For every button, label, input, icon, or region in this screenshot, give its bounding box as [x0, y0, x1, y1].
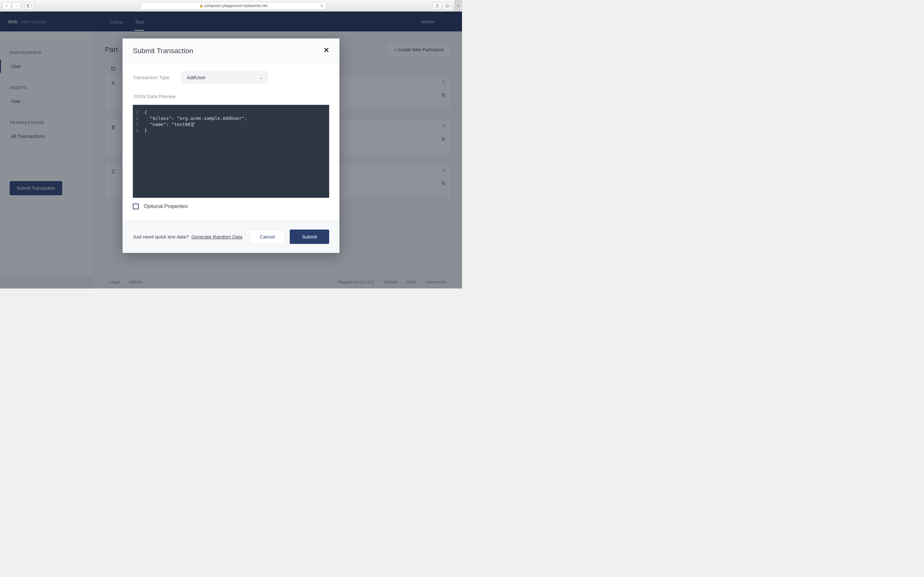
optional-properties-label: Optional Properties: [144, 203, 188, 210]
url-text: composer-playground.mybluemix.net: [204, 3, 268, 8]
show-sidebar-button[interactable]: [25, 2, 33, 9]
submit-transaction-modal: Submit Transaction ✕ Transaction Type Ad…: [123, 39, 339, 253]
test-data-hint: Just need quick test data? Generate Rand…: [133, 234, 242, 239]
submit-button[interactable]: Submit: [290, 229, 329, 244]
lock-icon: 🔒: [199, 4, 203, 7]
refresh-icon[interactable]: ↻: [320, 3, 323, 8]
transaction-type-label: Transaction Type: [133, 75, 170, 80]
optional-properties-checkbox[interactable]: [133, 203, 139, 210]
code-line: }: [144, 127, 147, 134]
share-button[interactable]: [433, 2, 441, 9]
code-line: {: [144, 109, 147, 115]
svg-rect-4: [447, 4, 449, 6]
browser-chrome: 🔒 composer-playground.mybluemix.net ↻ +: [0, 0, 462, 11]
modal-overlay: Submit Transaction ✕ Transaction Type Ad…: [0, 11, 462, 288]
json-preview-label: JSON Data Preview: [133, 93, 329, 99]
transaction-type-value: AddUser: [187, 75, 205, 80]
close-icon[interactable]: ✕: [323, 47, 329, 54]
cancel-button[interactable]: Cancel: [249, 229, 286, 244]
transaction-type-select[interactable]: AddUser ⌄: [181, 71, 268, 84]
forward-button[interactable]: [12, 2, 21, 9]
generate-random-data-link[interactable]: Generate Random Data: [191, 234, 242, 239]
chevron-down-icon: ⌄: [259, 75, 262, 80]
json-editor[interactable]: 1{ 2 "$class": "org.acme.sample.AddUser"…: [133, 105, 329, 198]
new-tab-button[interactable]: +: [454, 0, 462, 11]
code-line: "name": "test001": [144, 121, 195, 127]
code-line: "$class": "org.acme.sample.AddUser",: [144, 115, 247, 121]
url-field[interactable]: 🔒 composer-playground.mybluemix.net ↻: [140, 2, 326, 10]
svg-rect-1: [27, 4, 29, 7]
modal-title: Submit Transaction: [133, 47, 193, 55]
tabs-button[interactable]: [443, 2, 452, 9]
back-button[interactable]: [3, 2, 11, 9]
